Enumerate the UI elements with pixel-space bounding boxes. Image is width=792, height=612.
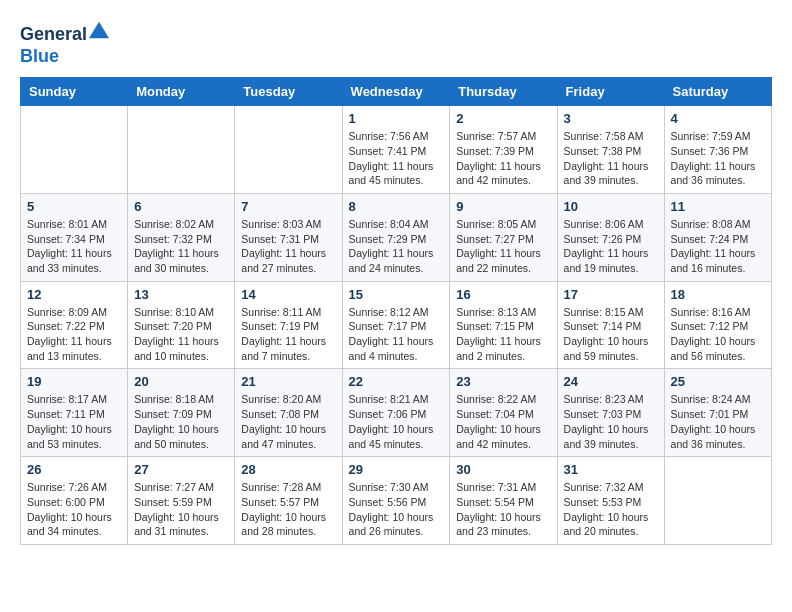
calendar-empty-cell bbox=[664, 457, 771, 545]
day-number: 27 bbox=[134, 462, 228, 477]
day-number: 1 bbox=[349, 111, 444, 126]
day-info: Sunrise: 8:23 AM Sunset: 7:03 PM Dayligh… bbox=[564, 392, 658, 451]
day-number: 29 bbox=[349, 462, 444, 477]
day-number: 10 bbox=[564, 199, 658, 214]
day-number: 16 bbox=[456, 287, 550, 302]
calendar-day-cell: 10Sunrise: 8:06 AM Sunset: 7:26 PM Dayli… bbox=[557, 193, 664, 281]
day-info: Sunrise: 7:26 AM Sunset: 6:00 PM Dayligh… bbox=[27, 480, 121, 539]
day-info: Sunrise: 8:15 AM Sunset: 7:14 PM Dayligh… bbox=[564, 305, 658, 364]
day-number: 21 bbox=[241, 374, 335, 389]
day-info: Sunrise: 8:08 AM Sunset: 7:24 PM Dayligh… bbox=[671, 217, 765, 276]
logo-icon bbox=[89, 20, 109, 40]
day-info: Sunrise: 8:05 AM Sunset: 7:27 PM Dayligh… bbox=[456, 217, 550, 276]
page-header: General Blue bbox=[20, 20, 772, 67]
calendar-day-cell: 30Sunrise: 7:31 AM Sunset: 5:54 PM Dayli… bbox=[450, 457, 557, 545]
calendar-day-cell: 24Sunrise: 8:23 AM Sunset: 7:03 PM Dayli… bbox=[557, 369, 664, 457]
calendar-day-cell: 8Sunrise: 8:04 AM Sunset: 7:29 PM Daylig… bbox=[342, 193, 450, 281]
weekday-header-wednesday: Wednesday bbox=[342, 78, 450, 106]
calendar-day-cell: 25Sunrise: 8:24 AM Sunset: 7:01 PM Dayli… bbox=[664, 369, 771, 457]
svg-marker-0 bbox=[89, 22, 109, 39]
calendar-day-cell: 15Sunrise: 8:12 AM Sunset: 7:17 PM Dayli… bbox=[342, 281, 450, 369]
calendar-day-cell: 7Sunrise: 8:03 AM Sunset: 7:31 PM Daylig… bbox=[235, 193, 342, 281]
calendar-empty-cell bbox=[128, 106, 235, 194]
weekday-header-friday: Friday bbox=[557, 78, 664, 106]
day-info: Sunrise: 8:18 AM Sunset: 7:09 PM Dayligh… bbox=[134, 392, 228, 451]
logo-text: General Blue bbox=[20, 20, 109, 67]
weekday-header-thursday: Thursday bbox=[450, 78, 557, 106]
calendar-day-cell: 9Sunrise: 8:05 AM Sunset: 7:27 PM Daylig… bbox=[450, 193, 557, 281]
day-number: 23 bbox=[456, 374, 550, 389]
calendar-day-cell: 20Sunrise: 8:18 AM Sunset: 7:09 PM Dayli… bbox=[128, 369, 235, 457]
weekday-header-saturday: Saturday bbox=[664, 78, 771, 106]
calendar-day-cell: 6Sunrise: 8:02 AM Sunset: 7:32 PM Daylig… bbox=[128, 193, 235, 281]
day-info: Sunrise: 7:30 AM Sunset: 5:56 PM Dayligh… bbox=[349, 480, 444, 539]
day-info: Sunrise: 7:28 AM Sunset: 5:57 PM Dayligh… bbox=[241, 480, 335, 539]
day-number: 7 bbox=[241, 199, 335, 214]
day-info: Sunrise: 8:09 AM Sunset: 7:22 PM Dayligh… bbox=[27, 305, 121, 364]
logo-general: General bbox=[20, 24, 87, 44]
calendar-day-cell: 14Sunrise: 8:11 AM Sunset: 7:19 PM Dayli… bbox=[235, 281, 342, 369]
calendar-day-cell: 22Sunrise: 8:21 AM Sunset: 7:06 PM Dayli… bbox=[342, 369, 450, 457]
day-info: Sunrise: 8:12 AM Sunset: 7:17 PM Dayligh… bbox=[349, 305, 444, 364]
day-info: Sunrise: 8:06 AM Sunset: 7:26 PM Dayligh… bbox=[564, 217, 658, 276]
day-number: 15 bbox=[349, 287, 444, 302]
day-info: Sunrise: 8:11 AM Sunset: 7:19 PM Dayligh… bbox=[241, 305, 335, 364]
calendar-day-cell: 4Sunrise: 7:59 AM Sunset: 7:36 PM Daylig… bbox=[664, 106, 771, 194]
calendar-week-row: 12Sunrise: 8:09 AM Sunset: 7:22 PM Dayli… bbox=[21, 281, 772, 369]
day-info: Sunrise: 8:22 AM Sunset: 7:04 PM Dayligh… bbox=[456, 392, 550, 451]
day-number: 4 bbox=[671, 111, 765, 126]
day-number: 24 bbox=[564, 374, 658, 389]
day-info: Sunrise: 8:16 AM Sunset: 7:12 PM Dayligh… bbox=[671, 305, 765, 364]
calendar-day-cell: 1Sunrise: 7:56 AM Sunset: 7:41 PM Daylig… bbox=[342, 106, 450, 194]
calendar-table: SundayMondayTuesdayWednesdayThursdayFrid… bbox=[20, 77, 772, 545]
weekday-header-monday: Monday bbox=[128, 78, 235, 106]
calendar-day-cell: 12Sunrise: 8:09 AM Sunset: 7:22 PM Dayli… bbox=[21, 281, 128, 369]
calendar-day-cell: 23Sunrise: 8:22 AM Sunset: 7:04 PM Dayli… bbox=[450, 369, 557, 457]
day-info: Sunrise: 7:59 AM Sunset: 7:36 PM Dayligh… bbox=[671, 129, 765, 188]
calendar-day-cell: 31Sunrise: 7:32 AM Sunset: 5:53 PM Dayli… bbox=[557, 457, 664, 545]
calendar-day-cell: 28Sunrise: 7:28 AM Sunset: 5:57 PM Dayli… bbox=[235, 457, 342, 545]
day-info: Sunrise: 8:04 AM Sunset: 7:29 PM Dayligh… bbox=[349, 217, 444, 276]
day-number: 20 bbox=[134, 374, 228, 389]
calendar-day-cell: 5Sunrise: 8:01 AM Sunset: 7:34 PM Daylig… bbox=[21, 193, 128, 281]
calendar-day-cell: 11Sunrise: 8:08 AM Sunset: 7:24 PM Dayli… bbox=[664, 193, 771, 281]
calendar-week-row: 5Sunrise: 8:01 AM Sunset: 7:34 PM Daylig… bbox=[21, 193, 772, 281]
day-number: 28 bbox=[241, 462, 335, 477]
day-number: 12 bbox=[27, 287, 121, 302]
day-info: Sunrise: 8:03 AM Sunset: 7:31 PM Dayligh… bbox=[241, 217, 335, 276]
calendar-day-cell: 21Sunrise: 8:20 AM Sunset: 7:08 PM Dayli… bbox=[235, 369, 342, 457]
day-number: 19 bbox=[27, 374, 121, 389]
day-info: Sunrise: 8:17 AM Sunset: 7:11 PM Dayligh… bbox=[27, 392, 121, 451]
day-info: Sunrise: 8:21 AM Sunset: 7:06 PM Dayligh… bbox=[349, 392, 444, 451]
day-number: 31 bbox=[564, 462, 658, 477]
day-number: 11 bbox=[671, 199, 765, 214]
calendar-day-cell: 29Sunrise: 7:30 AM Sunset: 5:56 PM Dayli… bbox=[342, 457, 450, 545]
calendar-day-cell: 17Sunrise: 8:15 AM Sunset: 7:14 PM Dayli… bbox=[557, 281, 664, 369]
day-number: 3 bbox=[564, 111, 658, 126]
day-number: 18 bbox=[671, 287, 765, 302]
day-number: 25 bbox=[671, 374, 765, 389]
logo-blue: Blue bbox=[20, 46, 59, 66]
day-number: 17 bbox=[564, 287, 658, 302]
day-number: 22 bbox=[349, 374, 444, 389]
day-number: 8 bbox=[349, 199, 444, 214]
calendar-day-cell: 13Sunrise: 8:10 AM Sunset: 7:20 PM Dayli… bbox=[128, 281, 235, 369]
calendar-empty-cell bbox=[235, 106, 342, 194]
calendar-week-row: 19Sunrise: 8:17 AM Sunset: 7:11 PM Dayli… bbox=[21, 369, 772, 457]
day-info: Sunrise: 8:01 AM Sunset: 7:34 PM Dayligh… bbox=[27, 217, 121, 276]
weekday-header-tuesday: Tuesday bbox=[235, 78, 342, 106]
day-info: Sunrise: 7:57 AM Sunset: 7:39 PM Dayligh… bbox=[456, 129, 550, 188]
weekday-header-sunday: Sunday bbox=[21, 78, 128, 106]
day-number: 13 bbox=[134, 287, 228, 302]
calendar-day-cell: 2Sunrise: 7:57 AM Sunset: 7:39 PM Daylig… bbox=[450, 106, 557, 194]
calendar-day-cell: 18Sunrise: 8:16 AM Sunset: 7:12 PM Dayli… bbox=[664, 281, 771, 369]
calendar-day-cell: 16Sunrise: 8:13 AM Sunset: 7:15 PM Dayli… bbox=[450, 281, 557, 369]
calendar-empty-cell bbox=[21, 106, 128, 194]
logo: General Blue bbox=[20, 20, 109, 67]
day-number: 2 bbox=[456, 111, 550, 126]
day-number: 26 bbox=[27, 462, 121, 477]
day-info: Sunrise: 8:02 AM Sunset: 7:32 PM Dayligh… bbox=[134, 217, 228, 276]
calendar-day-cell: 26Sunrise: 7:26 AM Sunset: 6:00 PM Dayli… bbox=[21, 457, 128, 545]
day-info: Sunrise: 8:10 AM Sunset: 7:20 PM Dayligh… bbox=[134, 305, 228, 364]
day-info: Sunrise: 7:32 AM Sunset: 5:53 PM Dayligh… bbox=[564, 480, 658, 539]
